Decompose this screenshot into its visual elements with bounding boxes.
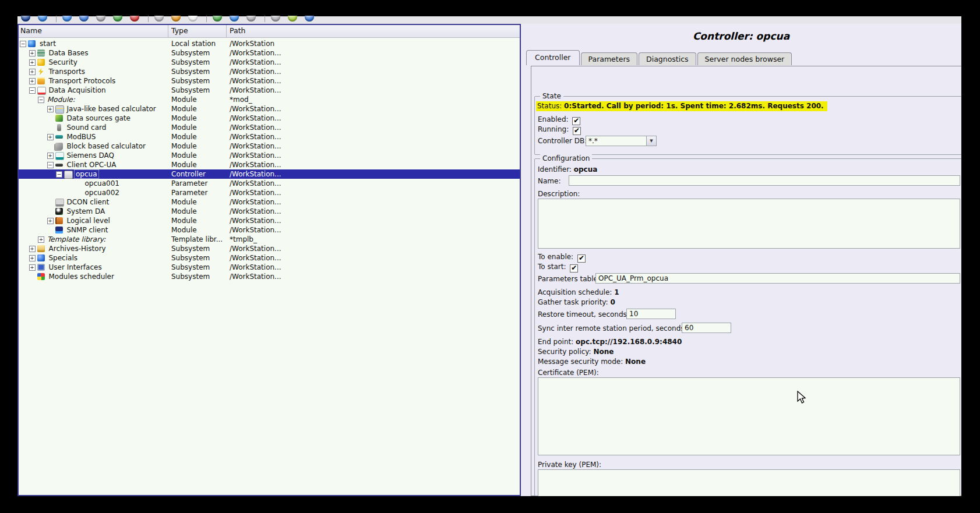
tree-row[interactable]: −opcuaController/WorkStation... xyxy=(19,169,520,179)
tree-row[interactable]: −Data AcquisitionSubsystem/WorkStation..… xyxy=(19,86,520,95)
tree-item-label[interactable]: opcua xyxy=(75,170,98,178)
tab-server-nodes-browser[interactable]: Server nodes browser xyxy=(697,52,792,65)
collapse-icon[interactable]: − xyxy=(38,97,44,103)
connect-icon[interactable] xyxy=(21,16,30,22)
expand-icon[interactable]: + xyxy=(47,153,54,159)
parameters-table-input[interactable]: OPC_UA_Prm_opcua xyxy=(595,273,960,284)
tree-row[interactable]: +Logical levelModule/WorkStation... xyxy=(19,216,520,225)
tree-item-label[interactable]: User Interfaces xyxy=(49,263,102,271)
chevron-down-icon[interactable]: ▼ xyxy=(646,136,656,146)
tree-item-label[interactable]: Module: xyxy=(47,95,75,104)
to-enable-checkbox[interactable]: ✔ xyxy=(577,254,586,263)
tab-parameters[interactable]: Parameters xyxy=(581,52,638,65)
controller-db-select[interactable]: *.* ▼ xyxy=(586,136,657,146)
tree-row[interactable]: Sound cardModule/WorkStation... xyxy=(19,123,520,132)
cut-icon[interactable] xyxy=(171,16,181,22)
tree-row[interactable]: +Data BasesSubsystem/WorkStation... xyxy=(19,48,520,58)
tree-row[interactable]: opcua001Parameter/WorkStation... xyxy=(19,179,520,188)
tree-item-label[interactable]: Data Bases xyxy=(49,49,89,57)
certificate-textarea[interactable] xyxy=(538,377,960,455)
tree-row[interactable]: DCON clientModule/WorkStation... xyxy=(19,197,520,207)
column-divider[interactable] xyxy=(168,25,168,37)
restore-timeout-input[interactable]: 10 xyxy=(626,309,676,319)
tree-row[interactable]: Block based calculatorModule/WorkStation… xyxy=(19,141,520,151)
expand-icon[interactable]: + xyxy=(47,134,54,140)
paste-icon[interactable] xyxy=(188,16,198,22)
tree-item-label[interactable]: Security xyxy=(49,58,77,66)
tree-item-label[interactable]: Transport Protocols xyxy=(49,77,116,85)
tree-header-path[interactable]: Path xyxy=(230,26,245,35)
tree-row[interactable]: Data sources gateModule/WorkStation... xyxy=(19,114,520,123)
up-icon[interactable] xyxy=(230,16,239,22)
expand-icon[interactable]: + xyxy=(47,106,54,112)
tree-item-label[interactable]: Sound card xyxy=(67,123,107,132)
tree-item-label[interactable]: Data sources gate xyxy=(67,114,131,122)
edit-icon[interactable] xyxy=(213,16,222,22)
tree-item-label[interactable]: Transports xyxy=(49,68,86,76)
tree-row[interactable]: SNMP clientModule/WorkStation... xyxy=(19,225,520,235)
start-station-icon[interactable] xyxy=(288,16,297,22)
name-input[interactable] xyxy=(569,175,960,186)
tree-item-label[interactable]: Java-like based calculator xyxy=(67,105,156,113)
expand-icon[interactable]: + xyxy=(29,246,36,252)
collapse-icon[interactable]: − xyxy=(20,41,26,47)
tree-item-label[interactable]: Logical level xyxy=(67,217,110,225)
column-divider[interactable] xyxy=(226,25,227,37)
tree-row[interactable]: +User InterfacesSubsystem/WorkStation... xyxy=(19,263,520,272)
tree-item-label[interactable]: Client OPC-UA xyxy=(67,161,117,169)
tree-row[interactable]: +Siemens DAQModule/WorkStation... xyxy=(19,151,520,160)
tree-row[interactable]: +Archives-HistorySubsystem/WorkStation..… xyxy=(19,244,520,253)
tree-item-label[interactable]: opcua001 xyxy=(85,179,119,187)
copy-icon[interactable] xyxy=(154,16,164,22)
collapse-icon[interactable]: − xyxy=(29,87,36,94)
tree-row[interactable]: +Template library:Template libr...*tmplb… xyxy=(19,235,520,244)
expand-icon[interactable]: + xyxy=(38,236,44,243)
load-icon[interactable] xyxy=(38,16,47,22)
stop-station-icon[interactable] xyxy=(305,16,314,22)
reload-icon[interactable] xyxy=(96,16,105,22)
item-del-icon[interactable] xyxy=(130,16,139,22)
tree-item-label[interactable]: DCON client xyxy=(67,198,110,206)
tree-item-label[interactable]: ModBUS xyxy=(67,133,96,141)
next-icon[interactable] xyxy=(271,16,280,22)
save-icon[interactable] xyxy=(62,16,72,22)
tree-item-label[interactable]: opcua002 xyxy=(85,189,119,197)
tab-diagnostics[interactable]: Diagnostics xyxy=(639,52,696,65)
tree-header-name[interactable]: Name xyxy=(20,26,42,35)
tree-header-type[interactable]: Type xyxy=(171,26,188,35)
tree-row[interactable]: −startLocal station/WorkStation xyxy=(19,39,520,48)
expand-icon[interactable]: + xyxy=(29,50,36,56)
tree-row[interactable]: System DAModule/WorkStation... xyxy=(19,207,520,216)
tree-item-label[interactable]: Archives-History xyxy=(49,245,106,253)
item-add-icon[interactable] xyxy=(113,16,122,22)
expand-icon[interactable]: + xyxy=(29,264,36,271)
running-checkbox[interactable]: ✔ xyxy=(573,127,581,135)
tree-item-label[interactable]: Block based calculator xyxy=(67,142,146,150)
tree-item-label[interactable]: Modules scheduler xyxy=(49,273,114,281)
tree-item-label[interactable]: SNMP client xyxy=(67,226,108,234)
tree-row[interactable]: +ModBUSModule/WorkStation... xyxy=(19,132,520,141)
tree-row[interactable]: −Client OPC-UAModule/WorkStation... xyxy=(19,160,520,169)
enabled-checkbox[interactable]: ✔ xyxy=(572,117,580,125)
expand-icon[interactable]: + xyxy=(29,78,36,84)
expand-icon[interactable]: + xyxy=(29,59,36,66)
tree-row[interactable]: +SecuritySubsystem/WorkStation... xyxy=(19,58,520,67)
sync-period-input[interactable]: 60 xyxy=(682,323,731,333)
tree-item-label[interactable]: start xyxy=(40,40,56,48)
collapse-icon[interactable]: − xyxy=(47,162,54,168)
to-start-checkbox[interactable]: ✔ xyxy=(570,264,578,273)
description-textarea[interactable] xyxy=(538,199,960,249)
tab-controller[interactable]: Controller xyxy=(526,50,580,65)
tree-item-label[interactable]: System DA xyxy=(67,207,105,215)
tree-row[interactable]: +Transport ProtocolsSubsystem/WorkStatio… xyxy=(19,76,520,86)
private-key-textarea[interactable] xyxy=(538,469,960,496)
tree-item-label[interactable]: Siemens DAQ xyxy=(67,151,115,160)
expand-icon[interactable]: + xyxy=(29,69,36,75)
tree-item-label[interactable]: Template library: xyxy=(47,235,105,243)
tree-item-label[interactable]: Specials xyxy=(49,254,78,262)
save-all-icon[interactable] xyxy=(79,16,89,22)
tree-row[interactable]: −Module:Module*mod_ xyxy=(19,95,520,104)
tree-item-label[interactable]: Data Acquisition xyxy=(49,86,106,94)
expand-icon[interactable]: + xyxy=(47,218,54,224)
tree-row[interactable]: +TransportsSubsystem/WorkStation... xyxy=(19,67,520,76)
